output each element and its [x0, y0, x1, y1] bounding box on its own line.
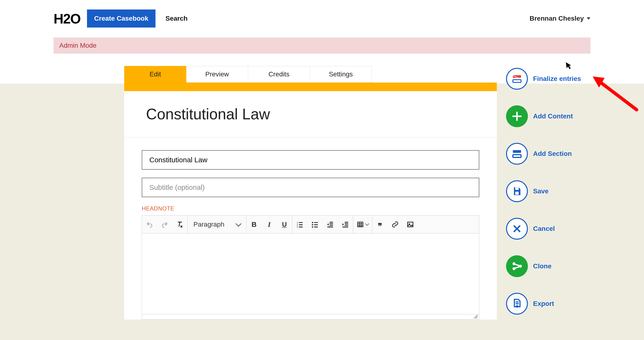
action-rail: Finalize entries Add Content Add Section… [506, 68, 606, 330]
create-casebook-button[interactable]: Create Casebook [87, 10, 156, 28]
clear-format-icon [176, 221, 184, 228]
table-button[interactable] [353, 215, 372, 233]
title-input[interactable] [142, 150, 479, 170]
italic-icon: I [268, 220, 271, 228]
chevron-down-icon [365, 222, 369, 226]
clear-formatting-button[interactable] [172, 215, 188, 233]
table-icon [357, 221, 364, 228]
bold-icon: B [252, 220, 257, 228]
rte-toolbar: Paragraph B I U 123 [142, 215, 479, 233]
link-button[interactable] [388, 215, 403, 233]
unordered-list-icon [311, 221, 319, 228]
link-icon [392, 221, 399, 228]
save-label: Save [533, 187, 548, 195]
svg-rect-13 [515, 187, 519, 190]
rich-text-editor: Paragraph B I U 123 [142, 215, 479, 319]
svg-rect-11 [513, 150, 521, 153]
save-icon [506, 180, 528, 202]
undo-button[interactable] [142, 215, 157, 233]
logo[interactable]: H2O [54, 11, 80, 27]
svg-point-5 [312, 226, 313, 227]
ordered-list-icon: 123 [296, 221, 304, 228]
tab-underline [124, 83, 497, 91]
redo-icon [161, 221, 168, 228]
underline-icon: U [282, 221, 287, 228]
svg-rect-6 [358, 222, 363, 227]
tab-edit[interactable]: Edit [124, 66, 186, 83]
add-content-button[interactable]: Add Content [506, 105, 606, 127]
add-section-label: Add Section [533, 150, 572, 158]
chevron-down-icon [235, 221, 241, 227]
search-link[interactable]: Search [166, 15, 188, 22]
finalize-entries-button[interactable]: Finalize entries [506, 68, 606, 90]
tab-preview[interactable]: Preview [186, 66, 248, 83]
editor-panel: Constitutional Law HEADNOTE [124, 91, 497, 319]
finalize-icon [506, 68, 528, 90]
rte-body[interactable] [142, 233, 479, 314]
block-format-select[interactable]: Paragraph [188, 221, 246, 228]
mouse-cursor-icon [565, 61, 573, 72]
indent-button[interactable] [338, 215, 353, 233]
svg-rect-10 [513, 80, 521, 83]
svg-point-4 [312, 224, 313, 225]
user-menu[interactable]: Brennan Chesley [530, 15, 590, 22]
svg-text:3: 3 [296, 226, 298, 228]
outdent-icon [326, 221, 334, 228]
image-icon [407, 221, 414, 228]
underline-button[interactable]: U [277, 215, 292, 233]
cancel-icon [506, 218, 528, 240]
bold-button[interactable]: B [246, 215, 262, 233]
save-button[interactable]: Save [506, 180, 606, 202]
export-icon [506, 293, 528, 315]
ordered-list-button[interactable]: 123 [292, 215, 308, 233]
image-button[interactable] [403, 215, 418, 233]
finalize-label: Finalize entries [533, 75, 581, 83]
header: H2O Create Casebook Search Brennan Chesl… [0, 0, 644, 30]
svg-rect-14 [515, 192, 519, 195]
blockquote-button[interactable]: ❞ [372, 215, 388, 233]
outdent-button[interactable] [322, 215, 338, 233]
cancel-label: Cancel [533, 225, 555, 232]
indent-icon [342, 221, 349, 228]
block-format-value: Paragraph [194, 221, 224, 228]
export-label: Export [533, 300, 554, 307]
main-editor: Edit Preview Credits Settings Constituti… [124, 66, 497, 319]
subtitle-input[interactable] [142, 178, 479, 197]
italic-button[interactable]: I [262, 215, 277, 233]
chevron-down-icon [587, 17, 590, 20]
headnote-label: HEADNOTE [142, 205, 479, 212]
rte-resize-handle[interactable] [142, 314, 479, 319]
add-content-label: Add Content [533, 113, 573, 120]
page-title: Constitutional Law [142, 105, 479, 137]
unordered-list-button[interactable] [308, 215, 322, 233]
tab-credits[interactable]: Credits [248, 66, 310, 83]
clone-icon [506, 255, 528, 277]
export-button[interactable]: Export [506, 293, 606, 315]
add-section-button[interactable]: Add Section [506, 143, 606, 165]
add-content-icon [506, 105, 528, 127]
admin-mode-banner: Admin Mode [54, 38, 590, 54]
add-section-icon [506, 143, 528, 165]
svg-rect-12 [513, 155, 521, 158]
svg-point-3 [312, 222, 313, 223]
tab-settings[interactable]: Settings [310, 66, 372, 83]
user-name: Brennan Chesley [530, 15, 584, 22]
clone-button[interactable]: Clone [506, 255, 606, 277]
clone-label: Clone [533, 262, 552, 270]
cancel-button[interactable]: Cancel [506, 218, 606, 240]
tabs: Edit Preview Credits Settings [124, 66, 372, 83]
redo-button[interactable] [157, 215, 172, 233]
undo-icon [146, 221, 153, 228]
svg-rect-7 [408, 222, 413, 227]
